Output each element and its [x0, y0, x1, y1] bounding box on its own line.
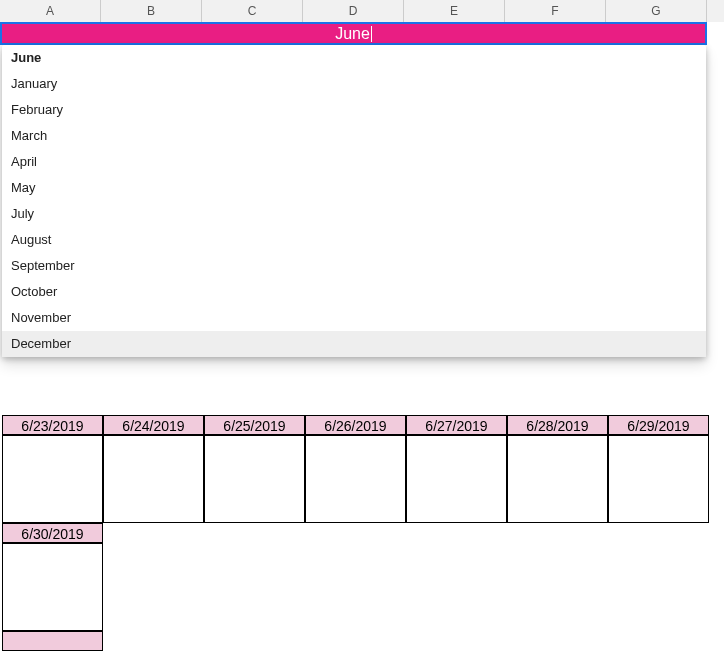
date-header-row-2: 6/30/2019 — [2, 523, 709, 543]
empty-cell[interactable] — [608, 523, 709, 543]
col-header-d[interactable]: D — [303, 0, 404, 22]
col-header-a[interactable]: A — [0, 0, 101, 22]
dropdown-item-may[interactable]: May — [2, 175, 706, 201]
trailing-pink-cell[interactable] — [2, 631, 103, 651]
text-cursor — [371, 26, 372, 42]
empty-cell[interactable] — [305, 523, 406, 543]
date-cell[interactable]: 6/24/2019 — [103, 415, 204, 435]
column-headers-row: A B C D E F G — [0, 0, 724, 22]
dropdown-item-march[interactable]: March — [2, 123, 706, 149]
day-body-cell[interactable] — [2, 543, 103, 631]
empty-cell[interactable] — [608, 543, 709, 631]
col-header-c[interactable]: C — [202, 0, 303, 22]
empty-cell[interactable] — [406, 543, 507, 631]
empty-cell[interactable] — [305, 543, 406, 631]
col-header-f[interactable]: F — [505, 0, 606, 22]
empty-cell[interactable] — [507, 543, 608, 631]
empty-cell[interactable] — [103, 523, 204, 543]
day-body-cell[interactable] — [406, 435, 507, 523]
col-header-g[interactable]: G — [606, 0, 707, 22]
month-title-cell[interactable]: June — [0, 22, 707, 45]
empty-cell[interactable] — [103, 543, 204, 631]
day-body-cell[interactable] — [608, 435, 709, 523]
trailing-pink-row — [2, 631, 709, 651]
col-header-e[interactable]: E — [404, 0, 505, 22]
month-title-text: June — [335, 25, 370, 42]
dropdown-item-july[interactable]: July — [2, 201, 706, 227]
date-cell[interactable]: 6/29/2019 — [608, 415, 709, 435]
date-cell[interactable]: 6/26/2019 — [305, 415, 406, 435]
dropdown-item-june[interactable]: June — [2, 45, 706, 71]
day-body-cell[interactable] — [2, 435, 103, 523]
date-header-row-1: 6/23/2019 6/24/2019 6/25/2019 6/26/2019 … — [2, 415, 709, 435]
dropdown-item-december[interactable]: December — [2, 331, 706, 357]
dropdown-item-october[interactable]: October — [2, 279, 706, 305]
body-row-1 — [2, 435, 709, 523]
empty-cell[interactable] — [507, 523, 608, 543]
col-header-gutter — [707, 0, 724, 22]
month-autocomplete-dropdown[interactable]: June January February March April May Ju… — [2, 45, 706, 357]
date-cell[interactable]: 6/23/2019 — [2, 415, 103, 435]
dropdown-item-august[interactable]: August — [2, 227, 706, 253]
empty-cell[interactable] — [204, 523, 305, 543]
date-cell[interactable]: 6/27/2019 — [406, 415, 507, 435]
dropdown-item-november[interactable]: November — [2, 305, 706, 331]
date-cell[interactable]: 6/28/2019 — [507, 415, 608, 435]
day-body-cell[interactable] — [507, 435, 608, 523]
dropdown-item-february[interactable]: February — [2, 97, 706, 123]
date-cell[interactable]: 6/30/2019 — [2, 523, 103, 543]
dropdown-item-january[interactable]: January — [2, 71, 706, 97]
dropdown-item-april[interactable]: April — [2, 149, 706, 175]
empty-cell[interactable] — [204, 543, 305, 631]
col-header-b[interactable]: B — [101, 0, 202, 22]
day-body-cell[interactable] — [204, 435, 305, 523]
day-body-cell[interactable] — [103, 435, 204, 523]
empty-cell[interactable] — [406, 523, 507, 543]
date-cell[interactable]: 6/25/2019 — [204, 415, 305, 435]
body-row-2 — [2, 543, 709, 631]
day-body-cell[interactable] — [305, 435, 406, 523]
dropdown-item-september[interactable]: September — [2, 253, 706, 279]
